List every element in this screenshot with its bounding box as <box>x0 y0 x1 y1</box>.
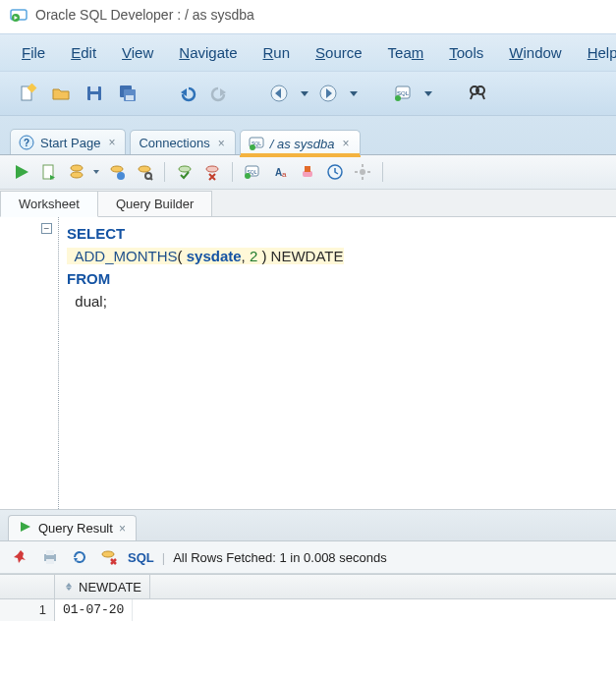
sql-editor[interactable]: − SELECT ADD_MONTHS( sysdate, 2 ) NEWDAT… <box>0 217 616 510</box>
kw-from: FROM <box>67 270 110 287</box>
tbl-dual: dual <box>75 293 102 310</box>
subtab-worksheet[interactable]: Worksheet <box>0 191 98 217</box>
svg-point-40 <box>206 166 218 172</box>
alias-newdate: NEWDATE <box>271 248 344 264</box>
grid-header: NEWDATE <box>0 575 616 599</box>
nav-back-button[interactable] <box>265 80 293 107</box>
menu-file[interactable]: File <box>16 40 51 65</box>
titlebar: Oracle SQL Developer : / as sysdba <box>0 0 616 33</box>
doc-tabstrip: ? Start Page × Connections × SQL / as sy… <box>0 116 616 155</box>
close-icon[interactable]: × <box>119 522 126 536</box>
rownum-header[interactable] <box>0 575 55 598</box>
svg-line-23 <box>482 94 484 99</box>
undo-button[interactable] <box>173 80 200 107</box>
redo-button[interactable] <box>206 80 234 107</box>
tab-label: / as sysdba <box>270 137 335 151</box>
separator <box>382 162 383 182</box>
tab-start-page[interactable]: ? Start Page × <box>10 129 126 154</box>
refresh-button[interactable] <box>69 546 90 568</box>
sql-history-button[interactable] <box>323 160 347 184</box>
svg-rect-57 <box>46 559 54 564</box>
rollback-button[interactable] <box>200 160 224 184</box>
cell-newdate[interactable]: 01-07-20 <box>55 599 133 621</box>
editor-gutter: − <box>0 217 59 509</box>
clear-button[interactable] <box>296 160 319 184</box>
autotrace-button[interactable] <box>105 160 129 184</box>
delete-result-button[interactable] <box>98 546 120 568</box>
svg-point-28 <box>250 144 255 150</box>
menu-edit[interactable]: Edit <box>65 40 102 65</box>
menu-team[interactable]: Team <box>382 40 430 65</box>
fn-addmonths: ADD_MONTHS <box>75 248 178 264</box>
to-uppercase-button[interactable]: Aa <box>268 160 292 184</box>
settings-button[interactable] <box>351 160 374 184</box>
results-tabstrip: Query Result × <box>0 510 616 541</box>
svg-text:SQL: SQL <box>397 90 410 96</box>
save-button[interactable] <box>81 80 108 107</box>
find-button[interactable] <box>464 80 491 107</box>
svg-point-43 <box>245 173 251 179</box>
nav-fwd-caret-icon[interactable] <box>350 91 358 96</box>
separator <box>164 162 165 182</box>
explain-plan-button[interactable] <box>65 160 88 184</box>
new-button[interactable] <box>14 80 41 107</box>
main-toolbar: SQL <box>0 72 616 116</box>
menu-source[interactable]: Source <box>309 40 368 65</box>
close-icon[interactable]: × <box>108 136 115 149</box>
tab-label: Connections <box>139 136 209 150</box>
sql-code[interactable]: SELECT ADD_MONTHS( sysdate, 2 ) NEWDATE … <box>59 217 616 509</box>
sql-link[interactable]: SQL <box>128 550 154 565</box>
sql-tuning-button[interactable] <box>133 160 156 184</box>
svg-rect-6 <box>90 86 98 91</box>
subtab-query-builder[interactable]: Query Builder <box>97 191 212 216</box>
tab-label: Start Page <box>40 136 100 150</box>
pin-button[interactable] <box>10 546 31 568</box>
sql-worksheet-icon: SQL <box>249 136 264 151</box>
close-icon[interactable]: × <box>343 137 350 150</box>
commit-button[interactable] <box>173 160 196 184</box>
svg-marker-54 <box>21 522 30 532</box>
svg-rect-47 <box>305 166 310 172</box>
nav-back-caret-icon[interactable] <box>301 91 308 96</box>
svg-marker-61 <box>66 588 72 592</box>
run-script-button[interactable] <box>37 160 61 184</box>
app-logo-icon <box>10 6 28 24</box>
menu-help[interactable]: Help <box>582 40 616 65</box>
literal-2: 2 <box>250 248 257 264</box>
save-all-button[interactable] <box>114 80 141 107</box>
svg-line-38 <box>150 178 152 180</box>
kw-select: SELECT <box>67 225 125 242</box>
fold-toggle-icon[interactable]: − <box>41 223 52 234</box>
fetch-status: All Rows Fetched: 1 in 0.008 seconds <box>173 550 387 565</box>
sql-worksheet-caret-icon[interactable] <box>424 91 432 96</box>
menu-navigate[interactable]: Navigate <box>173 40 243 65</box>
svg-point-35 <box>117 172 125 180</box>
tab-query-result[interactable]: Query Result × <box>8 515 137 540</box>
table-row[interactable]: 1 01-07-20 <box>0 599 616 621</box>
svg-point-19 <box>395 95 401 101</box>
unshared-worksheet-button[interactable]: SQL <box>241 160 264 184</box>
open-button[interactable] <box>47 80 75 107</box>
column-header-newdate[interactable]: NEWDATE <box>55 575 150 598</box>
results-toolbar: SQL | All Rows Fetched: 1 in 0.008 secon… <box>0 541 616 574</box>
svg-point-36 <box>139 166 150 172</box>
menu-window[interactable]: Window <box>503 40 567 65</box>
sort-icon <box>63 581 75 593</box>
print-button[interactable] <box>39 546 61 568</box>
svg-point-32 <box>71 165 83 171</box>
menu-view[interactable]: View <box>116 40 159 65</box>
tab-connections[interactable]: Connections × <box>130 130 235 154</box>
nav-fwd-button[interactable] <box>314 80 342 107</box>
menu-tools[interactable]: Tools <box>443 40 489 65</box>
run-statement-button[interactable] <box>10 160 33 184</box>
tab-active-connection[interactable]: SQL / as sysdba × <box>240 130 361 155</box>
menu-run[interactable]: Run <box>257 40 297 65</box>
sql-worksheet-button[interactable]: SQL <box>389 80 417 107</box>
svg-point-39 <box>179 166 191 172</box>
close-icon[interactable]: × <box>218 137 225 150</box>
result-grid: NEWDATE 1 01-07-20 <box>0 574 616 621</box>
svg-marker-60 <box>66 583 72 587</box>
caret-icon[interactable] <box>93 170 99 174</box>
svg-point-59 <box>102 551 114 557</box>
editor-toolbar: SQL Aa <box>0 155 616 190</box>
